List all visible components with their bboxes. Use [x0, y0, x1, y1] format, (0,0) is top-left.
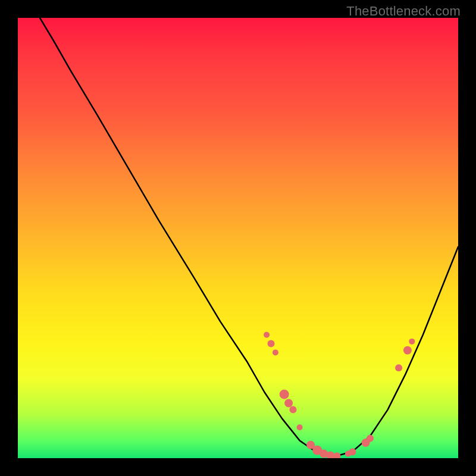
- data-point: [280, 390, 289, 399]
- data-points-group: [264, 332, 415, 458]
- data-point: [395, 364, 402, 371]
- data-point: [290, 406, 297, 414]
- data-point: [334, 452, 341, 458]
- data-point: [297, 424, 303, 430]
- chart-frame: TheBottleneck.com: [0, 0, 476, 476]
- data-point: [403, 346, 412, 355]
- bottleneck-curve: [40, 18, 458, 456]
- data-point: [273, 349, 278, 355]
- chart-svg: [18, 18, 458, 458]
- plot-area: [18, 18, 458, 458]
- data-point: [409, 339, 415, 345]
- data-point: [264, 332, 270, 338]
- data-point: [367, 435, 374, 442]
- data-point: [268, 340, 275, 347]
- data-point: [349, 449, 356, 456]
- watermark-text: TheBottleneck.com: [346, 4, 461, 19]
- data-point: [284, 399, 293, 408]
